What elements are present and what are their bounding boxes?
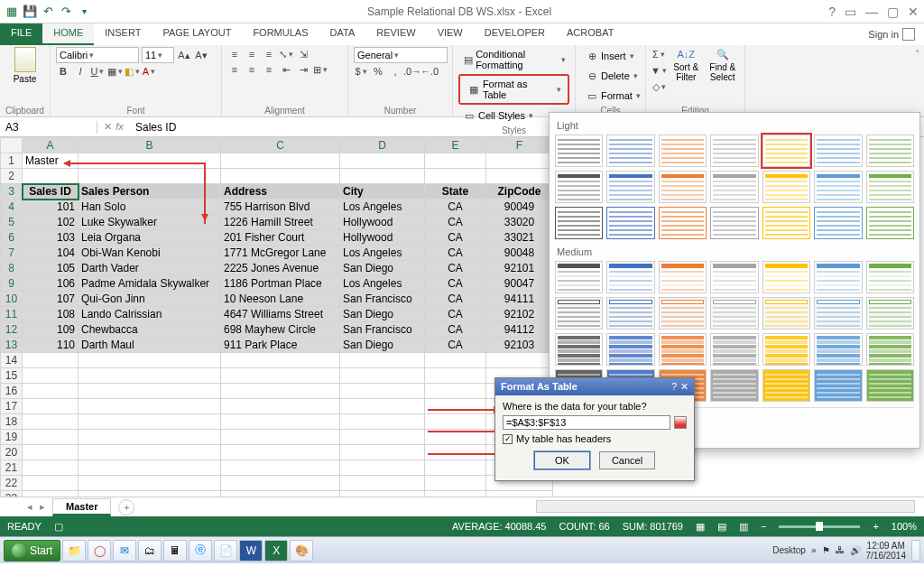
cell[interactable]: Obi-Wan Kenobi <box>79 246 221 261</box>
row-header[interactable]: 16 <box>1 384 23 399</box>
zoom-level[interactable]: 100% <box>892 521 917 532</box>
cell[interactable] <box>221 384 340 399</box>
cell[interactable]: Leia Organa <box>79 230 221 246</box>
cell[interactable] <box>340 169 425 184</box>
row-header[interactable]: 3 <box>1 184 23 200</box>
close-icon[interactable]: ✕ <box>908 5 919 19</box>
show-desktop-button[interactable] <box>911 540 920 562</box>
row-header[interactable]: 21 <box>1 460 23 476</box>
table-style-thumb[interactable] <box>659 135 707 167</box>
cell[interactable]: 108 <box>23 307 79 322</box>
grow-font-icon[interactable]: A▴ <box>177 48 191 62</box>
cell[interactable]: 201 Fisher Court <box>221 230 340 246</box>
cell[interactable]: 698 Mayhew Circle <box>221 322 340 338</box>
cell[interactable]: San Diego <box>340 307 425 322</box>
table-style-thumb[interactable] <box>710 297 758 330</box>
shrink-font-icon[interactable]: A▾ <box>194 48 208 62</box>
cell[interactable]: Darth Maul <box>79 338 221 353</box>
cell[interactable] <box>425 353 486 368</box>
cell[interactable]: Padme Amidala Skywalker <box>79 276 221 292</box>
cell[interactable] <box>23 476 79 491</box>
col-header-F[interactable]: F <box>486 138 553 153</box>
cell[interactable]: ZipCode <box>486 184 553 200</box>
cell[interactable]: Lando Calrissian <box>79 307 221 322</box>
cell[interactable]: 106 <box>23 276 79 292</box>
cell[interactable]: CA <box>425 292 486 307</box>
cell[interactable] <box>23 430 79 445</box>
indent-dec-icon[interactable]: ⇤ <box>279 62 293 77</box>
zoom-in-icon[interactable]: + <box>873 521 878 532</box>
cell[interactable] <box>340 384 425 399</box>
table-style-thumb[interactable] <box>762 369 810 402</box>
taskbar-folder-icon[interactable]: 🗂 <box>138 540 162 562</box>
cell[interactable]: 33020 <box>486 215 553 230</box>
row-header[interactable]: 12 <box>1 322 23 338</box>
select-all-cell[interactable] <box>1 138 23 153</box>
table-style-thumb[interactable] <box>814 135 862 167</box>
cell[interactable] <box>425 169 486 184</box>
align-left-icon[interactable]: ≡ <box>227 62 242 77</box>
cell[interactable] <box>425 368 486 384</box>
table-style-thumb[interactable] <box>866 207 914 239</box>
cell[interactable] <box>340 445 425 460</box>
table-style-thumb[interactable] <box>555 297 603 330</box>
table-style-thumb[interactable] <box>762 135 810 167</box>
horizontal-scrollbar[interactable] <box>536 500 915 513</box>
indent-inc-icon[interactable]: ⇥ <box>296 62 310 77</box>
cell[interactable]: 92103 <box>486 338 553 353</box>
paste-button[interactable]: Paste <box>9 47 42 84</box>
cell[interactable]: 101 <box>23 200 79 215</box>
wrap-text-icon[interactable]: ⇲ <box>296 47 310 61</box>
dialog-cancel-button[interactable]: Cancel <box>599 451 655 469</box>
align-middle-icon[interactable]: ≡ <box>245 47 259 61</box>
minimize-icon[interactable]: — <box>865 5 878 19</box>
cell[interactable]: 90047 <box>486 276 553 292</box>
row-header[interactable]: 7 <box>1 246 23 261</box>
table-style-thumb[interactable] <box>555 333 603 366</box>
table-style-thumb[interactable] <box>866 261 914 293</box>
cell[interactable] <box>340 430 425 445</box>
row-header[interactable]: 11 <box>1 307 23 322</box>
cell[interactable]: Hollywood <box>340 230 425 246</box>
tab-page-layout[interactable]: PAGE LAYOUT <box>152 23 242 45</box>
cell[interactable]: Los Angeles <box>340 246 425 261</box>
cell[interactable] <box>79 153 221 169</box>
cell[interactable]: 1226 Hamill Street <box>221 215 340 230</box>
restore-icon[interactable]: ▢ <box>887 5 899 19</box>
table-style-thumb[interactable] <box>866 297 914 330</box>
zoom-out-icon[interactable]: − <box>761 521 766 532</box>
sheet-nav-prev-icon[interactable]: ◂ <box>27 501 32 513</box>
table-style-thumb[interactable] <box>762 333 810 366</box>
row-header[interactable]: 10 <box>1 292 23 307</box>
table-style-thumb[interactable] <box>710 171 758 203</box>
cell[interactable]: CA <box>425 230 486 246</box>
cell[interactable] <box>340 414 425 430</box>
cell[interactable]: 94111 <box>486 292 553 307</box>
cell[interactable]: 94112 <box>486 322 553 338</box>
help-icon[interactable]: ? <box>828 5 836 19</box>
dialog-help-icon[interactable]: ? <box>671 381 677 393</box>
taskbar-chrome-icon[interactable]: ◯ <box>88 540 111 562</box>
font-size-combo[interactable]: 11▾ <box>142 47 174 63</box>
cell[interactable] <box>79 430 221 445</box>
taskbar-notepad-icon[interactable]: 📄 <box>214 540 237 562</box>
cell[interactable] <box>221 414 340 430</box>
tab-data[interactable]: DATA <box>319 23 366 45</box>
fill-color-icon[interactable]: ◧▾ <box>125 64 139 79</box>
dialog-ok-button[interactable]: OK <box>534 451 590 469</box>
table-style-thumb[interactable] <box>814 369 862 402</box>
taskbar-paint-icon[interactable]: 🎨 <box>290 540 313 562</box>
cell[interactable] <box>79 368 221 384</box>
cell[interactable] <box>221 399 340 414</box>
table-style-thumb[interactable] <box>814 333 862 366</box>
cell[interactable] <box>221 169 340 184</box>
tab-file[interactable]: FILE <box>0 23 42 45</box>
taskbar-outlook-icon[interactable]: ✉ <box>113 540 136 562</box>
cell[interactable]: 755 Harrison Blvd <box>221 200 340 215</box>
table-style-thumb[interactable] <box>606 333 654 366</box>
cell[interactable] <box>221 430 340 445</box>
cell[interactable] <box>340 353 425 368</box>
view-break-icon[interactable]: ▥ <box>739 521 748 533</box>
table-style-thumb[interactable] <box>710 261 758 293</box>
cell[interactable] <box>340 476 425 491</box>
